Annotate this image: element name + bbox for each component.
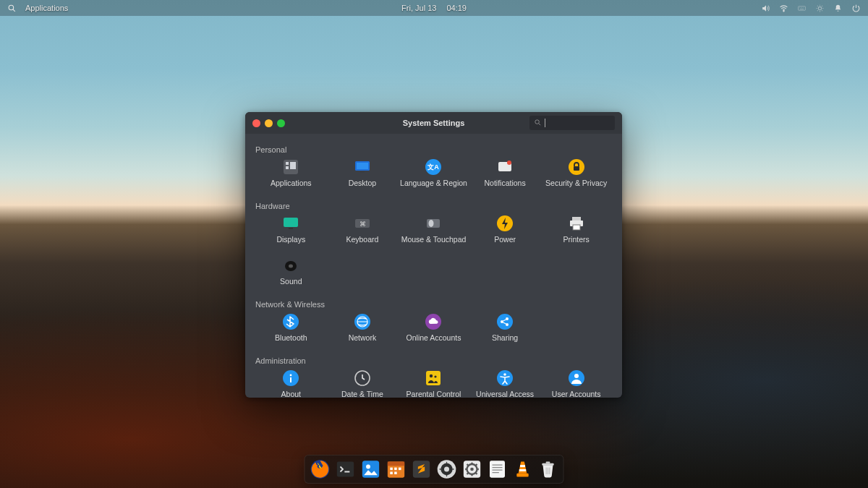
- settings-item-label: About: [281, 390, 301, 398]
- dock-app-tweaks[interactable]: [461, 458, 483, 480]
- svg-point-49: [574, 374, 579, 378]
- night-light-icon[interactable]: [815, 4, 825, 13]
- desktop-icon: [354, 158, 371, 176]
- svg-point-35: [497, 314, 513, 330]
- svg-point-5: [535, 119, 540, 124]
- settings-item-about[interactable]: About: [255, 369, 327, 398]
- window-titlebar[interactable]: System Settings: [245, 112, 622, 134]
- svg-point-4: [818, 7, 821, 9]
- search-icon[interactable]: [7, 4, 17, 13]
- settings-item-bluetooth[interactable]: Bluetooth: [255, 313, 327, 351]
- svg-rect-3: [799, 6, 806, 9]
- dock-app-trash[interactable]: [537, 458, 559, 480]
- settings-item-label: Universal Access: [476, 390, 534, 398]
- settings-item-label: Printers: [563, 235, 590, 244]
- family-icon: [425, 369, 442, 387]
- settings-item-label: Date & Time: [341, 390, 383, 398]
- sound-icon: [282, 257, 299, 274]
- notifications-icon[interactable]: [833, 4, 843, 13]
- settings-item-label: Network: [349, 333, 377, 342]
- category-label-network: Network & Wireless: [255, 300, 612, 309]
- panel-time[interactable]: 04:19: [446, 4, 467, 12]
- settings-item-parental-control[interactable]: Parental Control: [398, 369, 469, 398]
- settings-item-security-privacy[interactable]: Security & Privacy: [540, 158, 612, 196]
- settings-item-user-accounts[interactable]: User Accounts: [540, 369, 612, 398]
- dock-app-system-settings[interactable]: [436, 458, 458, 480]
- svg-rect-21: [289, 228, 293, 229]
- applications-menu-label[interactable]: Applications: [25, 4, 68, 12]
- panel-date[interactable]: Fri, Jul 13: [401, 4, 436, 12]
- svg-point-17: [507, 160, 511, 165]
- settings-item-sharing[interactable]: Sharing: [469, 313, 541, 351]
- svg-rect-9: [286, 166, 289, 169]
- settings-item-sound[interactable]: Sound: [255, 257, 327, 294]
- settings-search[interactable]: [529, 116, 615, 130]
- volume-icon[interactable]: [761, 4, 770, 13]
- bluetooth-icon: [282, 313, 299, 330]
- dock-app-notes[interactable]: [487, 458, 509, 480]
- category-label-personal: Personal: [255, 145, 612, 154]
- svg-text:⌘: ⌘: [359, 221, 365, 228]
- settings-item-label: Parental Control: [407, 390, 461, 398]
- language-icon: 文A: [425, 158, 442, 176]
- svg-point-31: [289, 265, 293, 268]
- dock-app-terminal[interactable]: [335, 458, 357, 480]
- dock-app-calendar[interactable]: [386, 458, 407, 480]
- svg-rect-20: [284, 218, 298, 227]
- network-icon: [354, 313, 371, 330]
- clock-icon: [354, 369, 371, 387]
- settings-item-label: Language & Region: [400, 179, 467, 187]
- settings-item-desktop[interactable]: Desktop: [327, 158, 399, 196]
- settings-item-keyboard[interactable]: ⌘ Keyboard: [327, 215, 399, 252]
- window-maximize-button[interactable]: [277, 119, 285, 127]
- user-icon: [568, 369, 585, 387]
- power-icon: [496, 215, 514, 232]
- keyboard-icon[interactable]: [797, 4, 807, 13]
- svg-rect-60: [394, 472, 397, 475]
- svg-rect-12: [357, 163, 368, 169]
- dock-app-firefox[interactable]: [310, 458, 331, 480]
- svg-point-2: [783, 10, 784, 11]
- settings-item-language-region[interactable]: 文A Language & Region: [398, 158, 469, 196]
- settings-item-mouse-touchpad[interactable]: Mouse & Touchpad: [398, 215, 469, 252]
- svg-rect-59: [390, 472, 393, 475]
- svg-rect-13: [360, 171, 365, 173]
- settings-item-applications[interactable]: Applications: [255, 158, 327, 196]
- svg-point-45: [435, 375, 437, 377]
- dock-app-sublime[interactable]: [411, 458, 433, 480]
- svg-rect-8: [286, 162, 289, 165]
- settings-item-displays[interactable]: Displays: [255, 215, 327, 252]
- dock: [305, 455, 564, 484]
- settings-item-label: Desktop: [349, 179, 377, 187]
- svg-rect-70: [519, 469, 526, 471]
- window-minimize-button[interactable]: [265, 119, 273, 127]
- svg-line-6: [539, 123, 541, 125]
- settings-item-date-time[interactable]: Date & Time: [327, 369, 399, 398]
- cloud-icon: [425, 313, 442, 330]
- settings-search-input[interactable]: [548, 119, 610, 127]
- settings-item-printers[interactable]: Printers: [540, 215, 612, 252]
- settings-item-power[interactable]: Power: [469, 215, 541, 252]
- settings-item-label: Mouse & Touchpad: [401, 235, 467, 244]
- settings-item-universal-access[interactable]: Universal Access: [469, 369, 541, 398]
- svg-point-53: [366, 465, 370, 469]
- power-icon[interactable]: [851, 4, 861, 13]
- sharing-icon: [496, 313, 514, 330]
- window-close-button[interactable]: [252, 119, 260, 127]
- system-settings-window: System Settings Personal Applications De…: [245, 112, 622, 398]
- svg-rect-55: [388, 462, 404, 466]
- notifications-icon: [496, 158, 514, 176]
- lock-icon: [568, 158, 585, 176]
- settings-item-label: Security & Privacy: [545, 179, 607, 187]
- settings-item-notifications[interactable]: Notifications: [469, 158, 541, 196]
- svg-rect-69: [520, 465, 525, 467]
- wifi-icon[interactable]: [779, 4, 788, 13]
- dock-app-photos[interactable]: [360, 458, 382, 480]
- svg-point-44: [430, 374, 433, 377]
- settings-item-online-accounts[interactable]: Online Accounts: [398, 313, 469, 351]
- svg-rect-57: [394, 468, 397, 471]
- dock-app-vlc[interactable]: [512, 458, 534, 480]
- search-icon: [534, 119, 542, 128]
- settings-item-network[interactable]: Network: [327, 313, 399, 351]
- settings-item-label: Sound: [280, 277, 302, 286]
